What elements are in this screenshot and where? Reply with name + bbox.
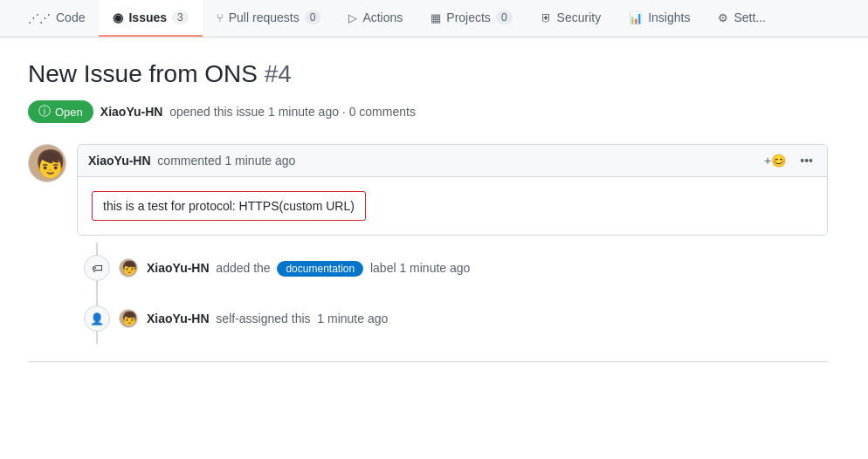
comment-content: this is a test for protocol: HTTPS(custo…: [92, 191, 366, 221]
issues-badge: 3: [172, 10, 189, 24]
code-icon: ⋰⋰: [28, 11, 51, 24]
tab-code[interactable]: ⋰⋰ Code: [14, 0, 99, 37]
bottom-divider: [28, 361, 828, 362]
assign-event-text: XiaoYu-HN self-assigned this 1 minute ag…: [147, 312, 388, 325]
tab-projects-label: Projects: [446, 10, 491, 24]
commenter-name: XiaoYu-HN: [88, 154, 151, 168]
insights-icon: 📊: [629, 11, 643, 24]
main-content: New Issue from ONS #4 ⓘ Open XiaoYu-HN o…: [0, 38, 856, 383]
projects-badge: 0: [496, 10, 513, 24]
comment-body: this is a test for protocol: HTTPS(custo…: [78, 177, 827, 235]
documentation-label-badge: documentation: [277, 261, 363, 277]
tab-issues-label: Issues: [128, 10, 167, 24]
label-event-icon: 🏷: [84, 255, 110, 281]
tab-pull-requests-label: Pull requests: [229, 10, 300, 24]
issue-number: #4: [265, 60, 292, 87]
add-reaction-button[interactable]: +😊: [761, 152, 789, 169]
settings-icon: ⚙: [718, 11, 728, 24]
tab-pull-requests[interactable]: ⑂ Pull requests 0: [203, 0, 335, 37]
pull-requests-badge: 0: [305, 10, 321, 24]
tab-security[interactable]: ⛨ Security: [527, 0, 616, 37]
tab-settings[interactable]: ⚙ Sett...: [704, 0, 780, 37]
tab-insights-label: Insights: [648, 10, 690, 24]
comment-box: XiaoYu-HN commented 1 minute ago +😊 ••• …: [77, 144, 828, 236]
pull-requests-icon: ⑂: [217, 11, 224, 24]
tab-code-label: Code: [56, 10, 85, 24]
comment-header-right: +😊 •••: [761, 152, 816, 169]
tab-security-label: Security: [557, 10, 602, 24]
avatar: [28, 144, 66, 182]
timeline-avatar-label: [119, 258, 138, 277]
meta-text: XiaoYu-HN opened this issue 1 minute ago…: [100, 105, 416, 119]
assign-event: 👤 XiaoYu-HN self-assigned this 1 minute …: [77, 293, 828, 344]
label-event-text: XiaoYu-HN added the documentation label …: [147, 261, 470, 275]
comment-header-left: XiaoYu-HN commented 1 minute ago: [88, 154, 295, 168]
security-icon: ⛨: [541, 11, 552, 24]
actions-icon: ▷: [348, 11, 357, 24]
comment-wrapper: XiaoYu-HN commented 1 minute ago +😊 ••• …: [28, 144, 828, 236]
status-badge: ⓘ Open: [28, 100, 93, 123]
status-icon: ⓘ: [38, 104, 51, 120]
issues-icon: ◉: [113, 10, 123, 24]
tab-settings-label: Sett...: [734, 10, 766, 24]
tab-actions-label: Actions: [362, 10, 403, 24]
label-event: 🏷 XiaoYu-HN added the documentation labe…: [77, 243, 828, 293]
tab-issues[interactable]: ◉ Issues 3: [99, 0, 202, 37]
assign-event-icon: 👤: [84, 305, 110, 332]
more-options-button[interactable]: •••: [796, 152, 816, 169]
tab-projects[interactable]: ▦ Projects 0: [417, 0, 526, 37]
timeline: 🏷 XiaoYu-HN added the documentation labe…: [77, 243, 828, 344]
issue-meta: ⓘ Open XiaoYu-HN opened this issue 1 min…: [28, 100, 828, 123]
timeline-avatar-assign: [119, 309, 138, 328]
tab-insights[interactable]: 📊 Insights: [615, 0, 704, 37]
issue-author-link[interactable]: XiaoYu-HN: [100, 105, 163, 119]
projects-icon: ▦: [431, 11, 441, 24]
tab-bar: ⋰⋰ Code ◉ Issues 3 ⑂ Pull requests 0 ▷ A…: [0, 0, 868, 38]
tab-actions[interactable]: ▷ Actions: [334, 0, 417, 37]
issue-title: New Issue from ONS #4: [28, 58, 828, 90]
comment-header: XiaoYu-HN commented 1 minute ago +😊 •••: [78, 145, 827, 177]
